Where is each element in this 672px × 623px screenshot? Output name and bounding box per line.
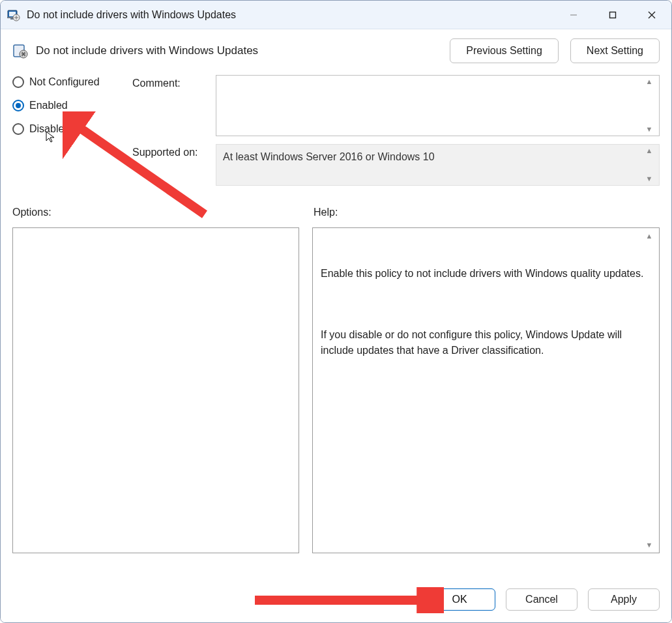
supported-scroll: ▲ ▼: [642, 145, 656, 185]
group-policy-editor-dialog: Do not include drivers with Windows Upda…: [0, 0, 672, 623]
help-label: Help:: [314, 207, 660, 218]
policy-title: Do not include drivers with Windows Upda…: [36, 44, 258, 57]
config-row: Not Configured Enabled Disabled Comment:: [12, 75, 660, 194]
section-labels: Options: Help:: [12, 207, 660, 218]
scroll-down-icon[interactable]: ▼: [642, 540, 656, 551]
cancel-button[interactable]: Cancel: [506, 588, 577, 611]
window-controls: [554, 1, 671, 29]
panes-row: Enable this policy to not include driver…: [12, 227, 660, 553]
close-button[interactable]: [632, 1, 671, 29]
supported-row: Supported on: At least Windows Server 20…: [132, 144, 660, 186]
comment-row: Comment: ▲ ▼: [132, 75, 660, 136]
radio-circle-icon: [12, 123, 24, 135]
scroll-down-icon[interactable]: ▼: [642, 126, 656, 133]
ok-button[interactable]: OK: [424, 588, 495, 611]
radio-label: Not Configured: [29, 76, 100, 88]
policy-app-icon: [7, 8, 20, 22]
titlebar: Do not include drivers with Windows Upda…: [1, 1, 671, 29]
dialog-body: Do not include drivers with Windows Upda…: [1, 29, 671, 622]
fields-column: Comment: ▲ ▼ Supported on: At least Wind…: [132, 75, 660, 194]
scroll-up-icon[interactable]: ▲: [642, 147, 656, 154]
options-pane: [12, 227, 299, 553]
comment-textarea[interactable]: ▲ ▼: [216, 75, 660, 136]
svg-rect-6: [610, 12, 616, 18]
radio-enabled[interactable]: Enabled: [12, 100, 132, 111]
policy-header: Do not include drivers with Windows Upda…: [12, 38, 660, 63]
footer-buttons: OK Cancel Apply: [1, 579, 671, 622]
help-scrollbar: ▲ ▼: [642, 228, 656, 553]
apply-button[interactable]: Apply: [588, 588, 660, 611]
help-paragraph: If you disable or do not configure this …: [321, 327, 651, 358]
radio-circle-icon: [12, 100, 24, 111]
supported-value: At least Windows Server 2016 or Windows …: [223, 151, 435, 162]
radio-label: Enabled: [29, 100, 68, 111]
previous-setting-button[interactable]: Previous Setting: [450, 38, 559, 63]
window-title: Do not include drivers with Windows Upda…: [27, 9, 236, 21]
next-setting-button[interactable]: Next Setting: [570, 38, 660, 63]
nav-buttons: Previous Setting Next Setting: [450, 38, 660, 63]
state-radio-group: Not Configured Enabled Disabled: [12, 75, 132, 194]
scroll-down-icon[interactable]: ▼: [642, 175, 656, 182]
radio-label: Disabled: [29, 123, 70, 135]
scroll-up-icon[interactable]: ▲: [642, 231, 656, 242]
scroll-up-icon[interactable]: ▲: [642, 78, 656, 85]
comment-scroll: ▲ ▼: [642, 76, 656, 136]
minimize-button[interactable]: [554, 1, 593, 29]
radio-not-configured[interactable]: Not Configured: [12, 76, 132, 88]
supported-label: Supported on:: [132, 144, 216, 158]
comment-label: Comment:: [132, 75, 216, 89]
maximize-button[interactable]: [593, 1, 632, 29]
radio-circle-icon: [12, 76, 24, 88]
policy-icon: [12, 43, 28, 59]
help-paragraph: Enable this policy to not include driver…: [321, 266, 651, 282]
radio-disabled[interactable]: Disabled: [12, 123, 132, 135]
options-label: Options:: [12, 207, 299, 218]
supported-on-text: At least Windows Server 2016 or Windows …: [216, 144, 660, 186]
help-pane: Enable this policy to not include driver…: [312, 227, 660, 553]
